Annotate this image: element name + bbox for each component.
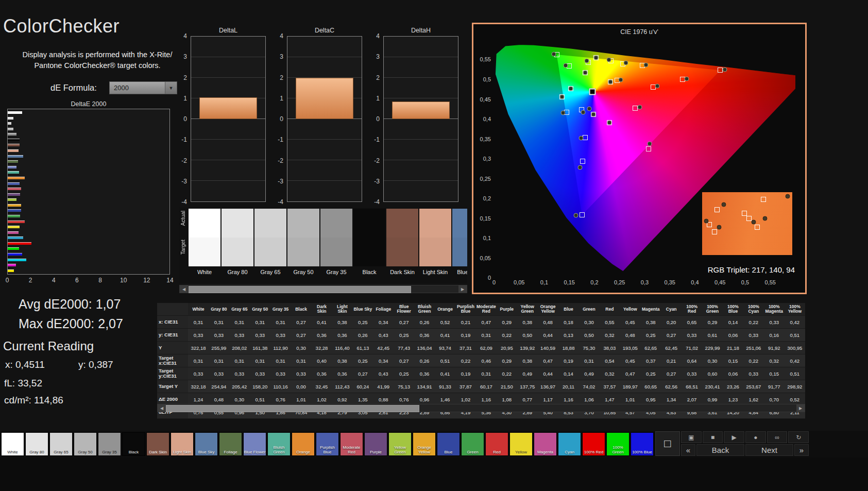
swatch-scrollbar-thumb[interactable]: [189, 286, 411, 293]
patch-button-yellow-green[interactable]: Yellow Green: [388, 432, 412, 456]
column-header: Yellow Green: [517, 303, 538, 316]
table-cell: 0,18: [558, 316, 579, 329]
patch-button-orange[interactable]: Orange: [292, 432, 315, 456]
patch-button-dark-skin[interactable]: Dark Skin: [146, 432, 169, 456]
swatch-target: [287, 238, 319, 266]
table-cell: 0,38: [332, 316, 352, 329]
y-tick-label: -4: [278, 198, 283, 206]
patch-button-blue-sky[interactable]: Blue Sky: [195, 432, 218, 456]
patch-button-100-blue[interactable]: 100% Blue: [631, 432, 654, 456]
de-formula-dropdown[interactable]: 2000 ▼: [109, 81, 177, 94]
x-tick-label: 12: [143, 277, 150, 284]
refresh-button[interactable]: ↻: [788, 431, 809, 443]
swatch-label: White: [189, 269, 220, 275]
patch-button-blue-flower[interactable]: Blue Flower: [243, 432, 266, 456]
cie-measured-marker: [722, 67, 727, 72]
patch-button-black[interactable]: Black: [122, 432, 145, 456]
chevron-down-icon: ▼: [165, 82, 177, 94]
record-button[interactable]: ●: [745, 431, 766, 443]
patch-button-orange-yellow[interactable]: Orange Yellow: [413, 432, 436, 456]
back-button[interactable]: Back: [696, 444, 744, 456]
loop-button[interactable]: ∞: [767, 431, 788, 443]
swatch-scrollbar[interactable]: ◀ ▶: [179, 285, 467, 293]
patch-button-blue[interactable]: Blue: [437, 432, 460, 456]
patch-button-gray-50[interactable]: Gray 50: [74, 432, 97, 456]
cie-x-tick-label: 0,45: [714, 279, 725, 285]
y-tick-label: 0: [280, 115, 283, 123]
patch-button-gray-65[interactable]: Gray 65: [49, 432, 73, 456]
swatch-actual: [353, 209, 385, 238]
actual-axis-label: Actual: [180, 211, 186, 226]
patch-button-purplish-blue[interactable]: Purplish Blue: [316, 432, 339, 456]
cie-x-tick-label: 0,05: [514, 279, 524, 285]
patch-button-white[interactable]: White: [1, 432, 24, 456]
patch-button-100-green[interactable]: 100% Green: [606, 432, 629, 456]
next-button[interactable]: Next: [745, 444, 793, 456]
table-cell: 0,33: [743, 367, 764, 380]
scroll-left-icon[interactable]: ◀: [158, 404, 166, 412]
scroll-right-icon[interactable]: ▶: [796, 404, 805, 412]
record-icon: ●: [754, 434, 757, 441]
patch-button-label: Orange: [292, 450, 314, 455]
row-label: Target y:CIE31: [157, 367, 188, 380]
table-cell: 0,29: [497, 316, 517, 329]
table-cell: 0,33: [229, 367, 250, 380]
table-cell: 0,33: [682, 329, 702, 342]
table-cell: 0,31: [476, 367, 497, 380]
y-tick-label: -3: [374, 178, 380, 185]
table-cell: 253,67: [743, 380, 764, 393]
patch-button-gray-80[interactable]: Gray 80: [25, 432, 48, 456]
patch-button-magenta[interactable]: Magenta: [534, 432, 557, 456]
patch-button-label: Gray 65: [50, 450, 72, 455]
column-header: Moderate Red: [476, 303, 497, 316]
stop-button[interactable]: ■: [703, 431, 723, 443]
cie-zoom-inset: [702, 192, 793, 255]
de2000-x-axis: 02468101214: [7, 277, 170, 285]
description-text: Display analysis is performed with the X…: [12, 49, 182, 71]
patch-button-green[interactable]: Green: [461, 432, 484, 456]
patch-button-100-red[interactable]: 100% Red: [582, 432, 605, 456]
table-cell: 0,47: [538, 354, 558, 367]
patch-toolbar: WhiteGray 80Gray 65Gray 50Gray 35BlackDa…: [0, 431, 868, 458]
swatch-actual: [287, 209, 319, 238]
table-cell: 136,04: [414, 342, 435, 354]
cie-y-tick-label: 0: [488, 275, 491, 281]
table-cell: 21,18: [723, 342, 743, 354]
table-cell: 0,31: [270, 316, 291, 329]
table-scrollbar[interactable]: ◀ ▶: [157, 404, 805, 412]
patch-button-foliage[interactable]: Foliage: [219, 432, 242, 456]
pattern-window-button[interactable]: ▣: [681, 431, 702, 443]
delta-bar: [392, 101, 450, 119]
cie-measured-marker: [559, 95, 564, 99]
table-cell: 37,31: [455, 342, 476, 354]
delta-chart-deltac: DeltaC 43210-1-2-3-4: [275, 27, 363, 207]
patch-button-label: Moderate Red: [341, 446, 363, 455]
gridline: [287, 139, 362, 140]
first-page-button[interactable]: «: [681, 444, 695, 456]
cie-y-tick-label: 0,3: [483, 156, 491, 162]
table-cell: 0,48: [538, 316, 558, 329]
y-tick-label: -1: [181, 136, 187, 143]
play-button[interactable]: ▶: [724, 431, 744, 443]
scroll-left-icon[interactable]: ◀: [180, 285, 188, 293]
patch-button-label: 100% Red: [583, 450, 605, 455]
last-page-button[interactable]: »: [794, 444, 809, 456]
table-scrollbar-thumb[interactable]: [166, 405, 419, 412]
swatch-actual: [452, 209, 467, 238]
patch-button-cyan[interactable]: Cyan: [558, 432, 581, 456]
table-cell: 136,97: [538, 380, 558, 393]
de2000-bar: [8, 247, 19, 250]
pattern-fullscreen-button[interactable]: □: [655, 431, 680, 456]
patch-button-bluish-green[interactable]: Bluish Green: [267, 432, 291, 456]
y-tick-label: 4: [280, 32, 283, 40]
patch-button-purple[interactable]: Purple: [364, 432, 387, 456]
table-cell: 322,18: [188, 342, 209, 354]
patch-button-red[interactable]: Red: [485, 432, 508, 456]
scroll-right-icon[interactable]: ▶: [458, 285, 467, 293]
patch-button-moderate-red[interactable]: Moderate Red: [340, 432, 363, 456]
table-cell: 112,43: [332, 380, 352, 393]
patch-button-light-skin[interactable]: Light Skin: [171, 432, 194, 456]
patch-button-gray-35[interactable]: Gray 35: [98, 432, 121, 456]
patch-button-yellow[interactable]: Yellow: [509, 432, 533, 456]
navigation-row: « Back Next »: [681, 444, 809, 456]
